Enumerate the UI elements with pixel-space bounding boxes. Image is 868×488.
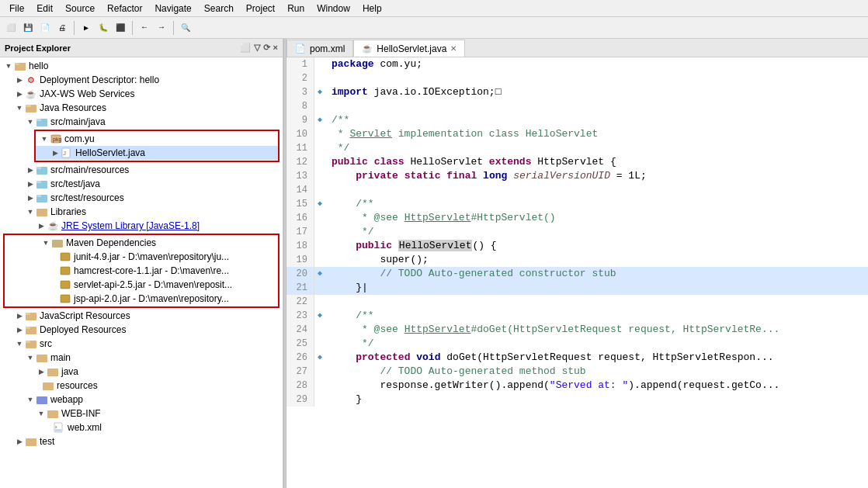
tree-arrow-maven: ▼ (40, 237, 51, 248)
tree-item-src-main-java[interactable]: ▼ src/main/java (0, 115, 283, 129)
tree-item-com-yu[interactable]: ▼ pkg com.yu (36, 132, 278, 146)
tree-item-webinf[interactable]: ▼ WEB-INF (0, 407, 283, 421)
libraries-icon (36, 206, 48, 218)
code-line-16: 16 * @see HttpServlet#HttpServlet() (286, 211, 868, 225)
menu-source[interactable]: Source (59, 2, 101, 16)
toolbar-new[interactable]: ⬜ (3, 20, 19, 36)
line-content-22 (325, 295, 868, 309)
tree-item-src-test-java[interactable]: ▶ src/test/java (0, 177, 283, 191)
tree-item-test[interactable]: ▶ test (0, 434, 283, 448)
menu-edit[interactable]: Edit (30, 2, 59, 16)
line-marker-23: ◆ (314, 309, 325, 323)
tree-item-resources-src[interactable]: resources (0, 379, 283, 393)
toolbar-debug[interactable]: 🐛 (95, 20, 111, 36)
panel-header: Project Explorer ⬜ ▽ ⟳ × (0, 39, 283, 57)
tree-item-java-resources[interactable]: ▼ Java Resources (0, 101, 283, 115)
panel-minimize[interactable]: ⬜ (240, 43, 251, 53)
line-content-10: * Servlet implementation class HelloServ… (325, 127, 868, 141)
menu-search[interactable]: Search (198, 2, 240, 16)
panel-title: Project Explorer (5, 43, 71, 53)
tab-helloservlet[interactable]: ☕ HelloServlet.java ✕ (353, 40, 465, 57)
panel-sync[interactable]: ⟳ (263, 43, 270, 53)
panel-close[interactable]: × (273, 43, 278, 53)
tree-item-hamcrest[interactable]: hamcrest-core-1.1.jar - D:\maven\re... (5, 264, 278, 278)
line-content-24: * @see HttpServlet#doGet(HttpServletRequ… (325, 323, 868, 337)
line-content-1: package com.yu; (325, 57, 868, 71)
panel-maximize[interactable]: ▽ (254, 43, 260, 53)
toolbar-save-all[interactable]: 📄 (37, 20, 53, 36)
line-num-26: 26 (286, 351, 314, 365)
line-content-17: */ (325, 225, 868, 239)
tree-arrow-src-main-java: ▼ (25, 116, 36, 127)
tree-label-jre: JRE System Library [JavaSE-1.8] (61, 220, 200, 231)
tree-arrow-hamcrest (53, 265, 59, 276)
svg-text:pkg: pkg (53, 137, 61, 143)
tab-pom-xml[interactable]: 📄 pom.xml (286, 40, 353, 57)
deployed-icon (25, 324, 37, 336)
line-num-1: 1 (286, 57, 314, 71)
panel-header-icons: ⬜ ▽ ⟳ × (240, 43, 278, 53)
tree-item-helloservlet[interactable]: ▶ J HelloServlet.java (36, 146, 278, 160)
line-num-22: 22 (286, 295, 314, 309)
tree-view[interactable]: ▼ hello ▶ ⚙ Deployment Descriptor: hello… (0, 57, 283, 488)
src-resources-icon (36, 164, 48, 176)
tree-item-junit[interactable]: junit-4.9.jar - D:\maven\repository\ju..… (5, 250, 278, 264)
tree-item-webapp[interactable]: ▼ webapp (0, 393, 283, 407)
line-marker-9: ◆ (314, 113, 325, 127)
toolbar-run[interactable]: ▶ (78, 20, 94, 36)
tree-item-libraries[interactable]: ▼ Libraries (0, 205, 283, 219)
svg-rect-16 (36, 209, 47, 216)
tree-item-jre[interactable]: ▶ ☕ JRE System Library [JavaSE-1.8] (0, 219, 283, 233)
tree-item-main[interactable]: ▼ main (0, 351, 283, 365)
toolbar-save[interactable]: 💾 (20, 20, 36, 36)
toolbar-print[interactable]: 🖨 (54, 20, 70, 36)
code-line-10: 10 * Servlet implementation class HelloS… (286, 127, 868, 141)
toolbar-forward[interactable]: → (154, 20, 169, 36)
code-line-19: 19 super(); (286, 253, 868, 267)
webxml-icon: x (53, 421, 65, 434)
tree-item-src[interactable]: ▼ src (0, 337, 283, 351)
code-line-9: 9 ◆ /** (286, 113, 868, 127)
tree-item-js-resources[interactable]: ▶ JavaScript Resources (0, 309, 283, 323)
line-content-3: import java.io.IOException;□ (325, 85, 868, 99)
menu-file[interactable]: File (3, 2, 30, 16)
tree-item-servlet[interactable]: servlet-api-2.5.jar - D:\maven\reposit..… (5, 278, 278, 292)
menu-window[interactable]: Window (311, 2, 356, 16)
toolbar-search[interactable]: 🔍 (178, 20, 193, 36)
code-line-14: 14 (286, 183, 868, 197)
menu-run[interactable]: Run (281, 2, 311, 16)
src-icon (25, 337, 37, 350)
line-content-19: super(); (325, 253, 868, 267)
menu-refactor[interactable]: Refactor (101, 2, 148, 16)
menu-project[interactable]: Project (240, 2, 281, 16)
menu-help[interactable]: Help (356, 2, 388, 16)
tree-item-jsp[interactable]: jsp-api-2.0.jar - D:\maven\repository... (5, 292, 278, 306)
svg-rect-18 (61, 253, 70, 261)
line-content-27: // TODO Auto-generated method stub (325, 365, 868, 379)
tree-item-webxml[interactable]: x web.xml (0, 421, 283, 434)
menu-navigate[interactable]: Navigate (148, 2, 197, 16)
svg-rect-5 (36, 119, 41, 121)
tree-item-deployed[interactable]: ▶ Deployed Resources (0, 323, 283, 337)
tree-label-src-test-java: src/test/java (50, 178, 100, 189)
tree-item-src-main-resources[interactable]: ▶ src/main/resources (0, 163, 283, 177)
line-marker-17 (314, 225, 325, 239)
tree-item-src-test-resources[interactable]: ▶ src/test/resources (0, 191, 283, 205)
tree-item-hello[interactable]: ▼ hello (0, 59, 283, 73)
svg-rect-15 (36, 195, 41, 197)
toolbar-stop[interactable]: ⬛ (113, 20, 128, 36)
tree-label-deployed: Deployed Resources (40, 324, 126, 335)
code-editor[interactable]: 1 package com.yu; 2 3 ◆ import java.io.I… (286, 57, 868, 488)
tree-label-src-main-java: src/main/java (50, 116, 106, 127)
svg-rect-32 (47, 410, 58, 418)
tab-close-helloservlet[interactable]: ✕ (450, 44, 457, 53)
tree-item-jaxws[interactable]: ▶ ☕ JAX-WS Web Services (0, 87, 283, 101)
svg-rect-23 (26, 313, 30, 315)
tree-item-deployment[interactable]: ▶ ⚙ Deployment Descriptor: hello (0, 73, 283, 87)
tree-arrow-servlet (53, 279, 59, 290)
line-marker-22 (314, 295, 325, 309)
tree-item-java-src[interactable]: ▶ java (0, 365, 283, 379)
toolbar-back[interactable]: ← (137, 20, 152, 36)
tree-item-maven-deps[interactable]: ▼ Maven Dependencies (5, 236, 278, 250)
line-content-16: * @see HttpServlet#HttpServlet() (325, 211, 868, 225)
